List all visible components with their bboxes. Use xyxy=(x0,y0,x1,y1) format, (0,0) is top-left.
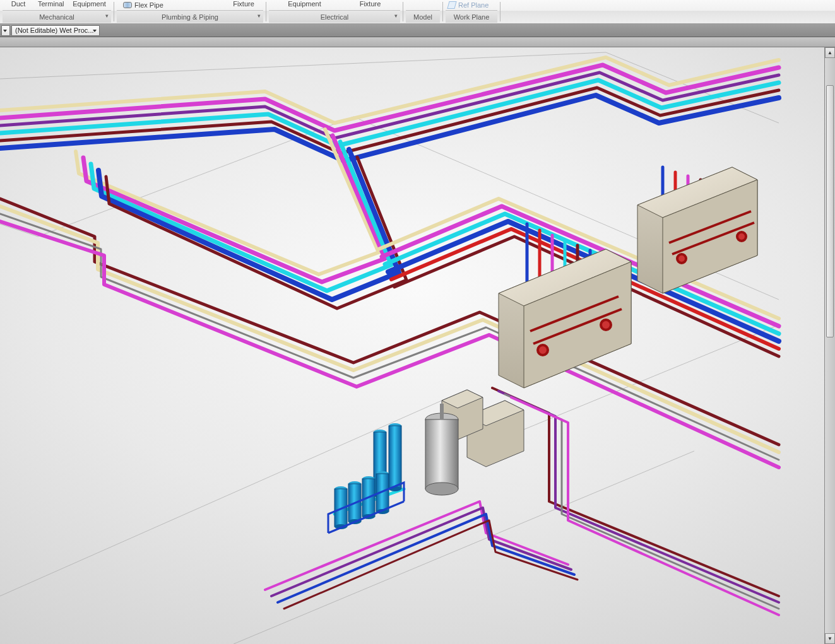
panel-title-plumbing[interactable]: Plumbing & Piping ▾ xyxy=(117,10,263,23)
duct-label: Duct xyxy=(11,0,26,8)
view-selector-dropdown[interactable]: (Not Editable) Wet Proc... xyxy=(11,25,100,36)
ref-plane-icon xyxy=(447,1,456,9)
svg-point-8 xyxy=(677,254,686,263)
lighting-fixture-label: Fixture xyxy=(360,0,381,8)
terminal-label: Terminal xyxy=(38,0,64,8)
ribbon-panel-mechanical: Duct Terminal Equipment Mechanical ▾ xyxy=(0,0,114,23)
svg-rect-17 xyxy=(440,404,444,419)
equipment-unit-2 xyxy=(637,167,757,293)
mech-equipment-tool[interactable]: Equipment xyxy=(68,0,111,10)
3d-viewport[interactable]: ▲ ▼ xyxy=(0,47,835,644)
panel-title-model[interactable]: Model xyxy=(406,10,440,23)
flex-pipe-icon xyxy=(123,2,132,8)
flex-pipe-tool[interactable]: Flex Pipe xyxy=(121,0,166,10)
panel-title-plumbing-label: Plumbing & Piping xyxy=(162,13,218,21)
ribbon-panel-electrical: Equipment Fixture Electrical ▾ xyxy=(266,0,403,23)
elec-equipment-label: Equipment xyxy=(288,0,321,8)
vertical-scrollbar[interactable]: ▲ ▼ xyxy=(824,47,835,644)
ref-plane-label: Ref Plane xyxy=(458,1,489,9)
panel-title-work-plane[interactable]: Work Plane xyxy=(446,10,497,23)
pipe-bundle-to-lower-right xyxy=(492,388,779,615)
ref-plane-tool[interactable]: Ref Plane xyxy=(446,0,491,10)
options-dropdown-small[interactable] xyxy=(1,25,10,36)
svg-point-4 xyxy=(601,320,611,330)
svg-rect-22 xyxy=(389,426,401,489)
flex-pipe-label: Flex Pipe xyxy=(134,1,163,9)
ribbon-panel-plumbing: Flex Pipe Fixture Plumbing & Piping ▾ xyxy=(114,0,266,23)
mep-model-svg xyxy=(0,47,835,644)
elec-equipment-tool[interactable]: Equipment xyxy=(283,0,326,10)
panel-expander-icon: ▾ xyxy=(105,13,109,19)
scroll-up-button[interactable]: ▲ xyxy=(825,47,835,58)
gas-cylinders xyxy=(328,423,404,533)
lighting-fixture-tool[interactable]: Fixture xyxy=(355,0,386,10)
duct-tool[interactable]: Duct xyxy=(3,0,34,10)
panel-title-work-plane-label: Work Plane xyxy=(454,13,490,21)
ribbon-panel-model: Model xyxy=(403,0,442,23)
view-selector-value: (Not Editable) Wet Proc... xyxy=(15,26,94,34)
pipe-bundle-floor xyxy=(265,489,577,609)
panel-title-electrical-label: Electrical xyxy=(321,13,349,21)
ribbon-panel-work-plane: Ref Plane Work Plane xyxy=(443,0,500,23)
panel-expander-icon: ▾ xyxy=(394,13,398,19)
svg-rect-15 xyxy=(425,419,458,489)
svg-point-3 xyxy=(538,345,548,355)
plumbing-fixture-tool[interactable]: Fixture xyxy=(228,0,259,10)
panel-title-mechanical-label: Mechanical xyxy=(39,13,74,21)
panel-title-mechanical[interactable]: Mechanical ▾ xyxy=(3,10,111,23)
view-tab-strip xyxy=(0,37,835,47)
ribbon: Duct Terminal Equipment Mechanical ▾ Fle… xyxy=(0,0,835,24)
scroll-down-button[interactable]: ▼ xyxy=(825,633,835,644)
panel-title-model-label: Model xyxy=(413,13,432,21)
svg-point-9 xyxy=(737,232,746,241)
options-bar: (Not Editable) Wet Proc... xyxy=(0,24,835,37)
svg-point-16 xyxy=(425,483,458,495)
panel-title-electrical[interactable]: Electrical ▾ xyxy=(269,10,400,23)
plumbing-fixture-label: Fixture xyxy=(233,0,254,8)
panel-expander-icon: ▾ xyxy=(258,13,261,19)
mech-equipment-label: Equipment xyxy=(73,0,106,8)
scroll-thumb[interactable] xyxy=(826,85,834,337)
equipment-unit-1 xyxy=(499,249,631,388)
air-terminal-tool[interactable]: Terminal xyxy=(34,0,68,10)
pipe-bundle-upper xyxy=(0,57,779,161)
ribbon-separator xyxy=(500,2,500,21)
storage-tank xyxy=(425,404,458,495)
